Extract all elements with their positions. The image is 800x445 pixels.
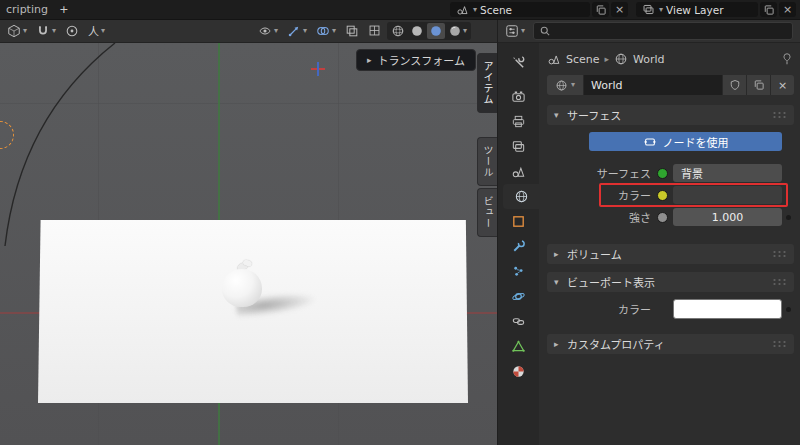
light-selection-circle[interactable] [0,121,14,149]
3d-cursor-y [317,62,319,76]
strength-number-field[interactable]: 1.000 [673,208,782,226]
panel-drag-handle[interactable] [772,250,787,258]
animate-dot-icon[interactable] [786,215,791,220]
unlink-scene-button[interactable]: × [611,2,628,17]
chevron-down-icon: ▾ [473,6,477,14]
viewport-display-panel-header[interactable]: ▾ ビューポート表示 [547,272,794,292]
fake-user-button[interactable] [723,75,747,95]
chevron-down-icon: ▾ [101,27,105,35]
surface-panel-title: サーフェス [567,107,621,123]
animate-dot-column [782,215,794,220]
sidebar-tab-view[interactable]: ビュー [477,188,497,237]
tab-object-data-properties[interactable] [498,334,539,359]
properties-editor-type-button[interactable]: ▾ [502,22,528,40]
unlink-world-button[interactable]: × [771,75,794,95]
tab-particle-properties[interactable] [498,259,539,284]
tab-physics-properties[interactable] [498,284,539,309]
viewport-canvas[interactable]: ▸ トランスフォーム アイテム ツール ビュー [0,43,497,445]
viewport-color-label: カラー [547,301,657,317]
snap-magnet-toggle[interactable]: ▾ [33,22,59,40]
panel-drag-handle[interactable] [772,340,787,348]
chevron-down-icon: ▾ [332,27,336,35]
wireframe-sphere-icon [391,24,405,38]
browse-world-button[interactable]: ▾ [547,75,584,95]
transform-panel-collapsed[interactable]: ▸ トランスフォーム [356,49,476,71]
remove-view-layer-button[interactable]: × [779,2,796,17]
properties-tab-strip [498,43,539,445]
tab-tool-properties[interactable] [498,50,539,75]
view-layer-selector[interactable]: ▾ View Layer [636,2,758,17]
workspace-tab-scripting[interactable]: cripting [0,0,54,19]
panel-drag-handle[interactable] [772,278,787,286]
surface-panel-header[interactable]: ▾ サーフェス [547,105,794,125]
chevron-down-icon: ▾ [303,27,307,35]
breadcrumb-world[interactable]: World [633,53,665,66]
grid-toggle[interactable] [365,22,384,40]
viewport-color-row: カラー [547,300,794,318]
chevron-right-icon: ▸ [554,339,562,349]
particles-icon [511,264,526,279]
shield-icon [729,79,741,91]
shading-material-button[interactable] [427,23,445,39]
world-color-swatch[interactable] [673,186,782,204]
overlays-dropdown[interactable]: ▾ [313,22,339,40]
new-scene-button[interactable] [592,2,609,17]
printer-icon [511,114,526,129]
panel-drag-handle[interactable] [772,111,787,119]
xray-icon [345,24,359,38]
proportional-editing-button[interactable] [62,22,82,40]
breadcrumb-scene[interactable]: Scene [566,53,600,66]
tab-view-layer-properties[interactable] [498,134,539,159]
sidebar-tabs: アイテム ツール ビュー [477,53,497,239]
tab-constraint-properties[interactable] [498,309,539,334]
sidebar-tab-item[interactable]: アイテム [477,53,497,113]
viewport-color-swatch[interactable] [673,299,782,319]
strength-row: 強さ 1.000 [547,208,794,226]
volume-panel-header[interactable]: ▸ ボリューム [547,244,794,264]
viewport-3d-icon [7,24,21,38]
tab-world-properties[interactable] [503,184,539,209]
tab-scene-properties[interactable] [498,159,539,184]
grid-line [0,103,497,104]
properties-body: Scene ▸ World ▾ World [498,43,800,445]
use-nodes-label: ノードを使用 [663,134,729,150]
tab-modifier-properties[interactable] [498,234,539,259]
rendered-sphere-icon [448,24,462,38]
chevron-down-icon: ▾ [554,277,562,287]
tab-object-properties[interactable] [498,209,539,234]
tab-output-properties[interactable] [498,109,539,134]
custom-properties-panel-header[interactable]: ▸ カスタムプロパティ [547,334,794,354]
mode-dropdown[interactable]: 人 ▾ [85,22,108,40]
new-view-layer-button[interactable] [760,2,777,17]
xray-toggle[interactable] [342,22,362,40]
shading-solid-button[interactable] [408,23,426,39]
color-socket-icon [657,190,668,201]
shading-rendered-button[interactable]: ▾ [446,23,469,39]
search-icon [539,25,551,37]
tool-icon [511,55,526,70]
properties-editor: ▾ [497,19,800,445]
tab-render-properties[interactable] [498,84,539,109]
chevron-down-icon: ▾ [571,81,575,89]
scene-selector[interactable]: ▾ Scene [450,2,590,17]
surface-shader-dropdown[interactable]: 背景 [673,164,782,182]
properties-search-input[interactable] [533,22,793,40]
transform-panel-label: トランスフォーム [378,52,465,68]
animate-dot-icon[interactable] [786,307,791,312]
gizmos-dropdown[interactable]: ▾ [284,22,310,40]
sidebar-tab-tool[interactable]: ツール [477,137,497,186]
apple-body [222,269,262,307]
tab-material-properties[interactable] [498,359,539,384]
world-name-field[interactable]: World [584,75,723,95]
visibility-dropdown[interactable]: ▾ [255,22,281,40]
add-workspace-button[interactable]: + [56,2,72,17]
editor-type-button[interactable]: ▾ [4,22,30,40]
use-nodes-button[interactable]: ノードを使用 [589,132,782,151]
shading-wireframe-button[interactable] [389,23,407,39]
animate-dot-column [782,307,794,312]
shader-socket-icon [657,168,668,179]
new-world-button[interactable] [747,75,771,95]
apple-object[interactable] [222,265,262,307]
pin-icon[interactable] [780,52,794,66]
scene-name: Scene [480,4,512,16]
